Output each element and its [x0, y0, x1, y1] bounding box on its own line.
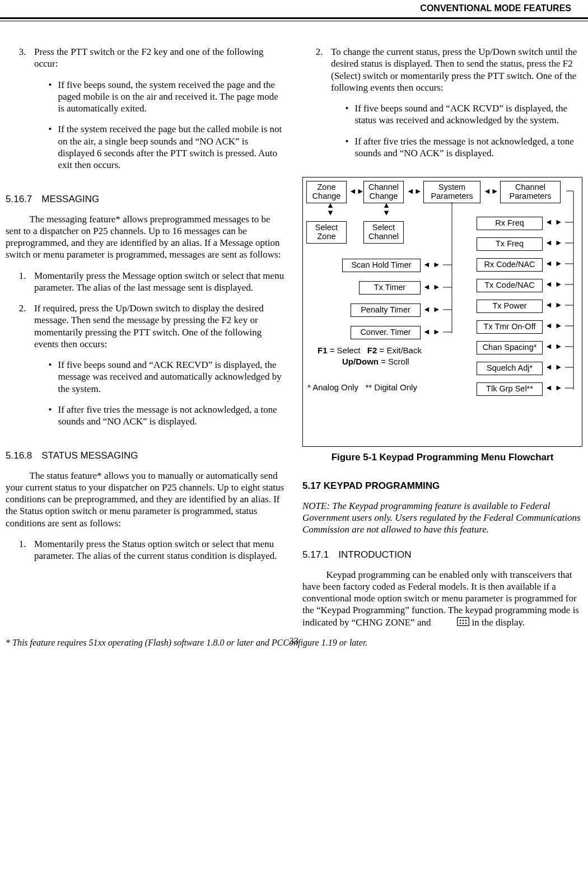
svg-point-20	[460, 623, 461, 624]
body-text: Press the PTT switch or the F2 key and o…	[34, 46, 286, 70]
svg-point-17	[460, 620, 461, 622]
svg-point-18	[463, 620, 464, 622]
body-text: If required, press the Up/Down switch to…	[34, 302, 286, 350]
header-rule-thick	[0, 17, 588, 19]
flow-lines	[303, 178, 582, 446]
svg-point-21	[463, 623, 464, 624]
svg-point-19	[465, 620, 467, 622]
flow-legend: * Analog Only ** Digital Only	[307, 382, 417, 393]
left-column: 3. Press the PTT switch or the F2 key an…	[6, 46, 286, 638]
section-heading: 5.17.1 INTRODUCTION	[302, 549, 582, 561]
body-text: If five beeps sound and “ACK RECVD” is d…	[58, 359, 286, 395]
body-text: Keypad programming can be enabled only w…	[302, 569, 582, 629]
figure-caption: Figure 5-1 Keypad Programming Menu Flowc…	[302, 451, 582, 463]
body-text: If five beeps sound and “ACK RCVD” is di…	[354, 102, 582, 127]
section-heading: 5.16.8 STATUS MESSAGING	[6, 450, 286, 461]
section-heading: 5.17 KEYPAD PROGRAMMING	[302, 480, 582, 492]
flow-legend: F1 = Select F2 = Exit/Back	[318, 345, 422, 356]
body-text: The messaging feature* allows preprogram…	[6, 213, 286, 261]
keypad-icon	[433, 617, 470, 629]
flowchart: Zone Change ◄► Channel Change ◄► System …	[302, 177, 582, 447]
right-column: 2. To change the current status, press t…	[302, 46, 582, 638]
flow-legend: Up/Down = Scroll	[342, 357, 409, 367]
section-heading: 5.16.7 MESSAGING	[6, 193, 286, 205]
note-text: NOTE: The Keypad programming feature is …	[302, 500, 582, 536]
body-text: If five beeps sound, the system received…	[58, 79, 286, 115]
body-text: If after five tries the message is not a…	[58, 404, 286, 428]
list-number: 3.	[19, 46, 34, 180]
body-text: If after five tries the message is not a…	[354, 136, 582, 160]
body-text: To change the current status, press the …	[331, 46, 582, 94]
body-text: The status feature* allows you to manual…	[6, 470, 286, 529]
body-text: If the system received the page but the …	[58, 123, 286, 171]
body-text: Momentarily press the Message option swi…	[34, 270, 286, 294]
body-text: Momentarily press the Status option swit…	[34, 538, 286, 562]
svg-point-22	[465, 623, 467, 624]
svg-rect-16	[458, 617, 469, 625]
running-header: CONVENTIONAL MODE FEATURES	[0, 3, 588, 17]
